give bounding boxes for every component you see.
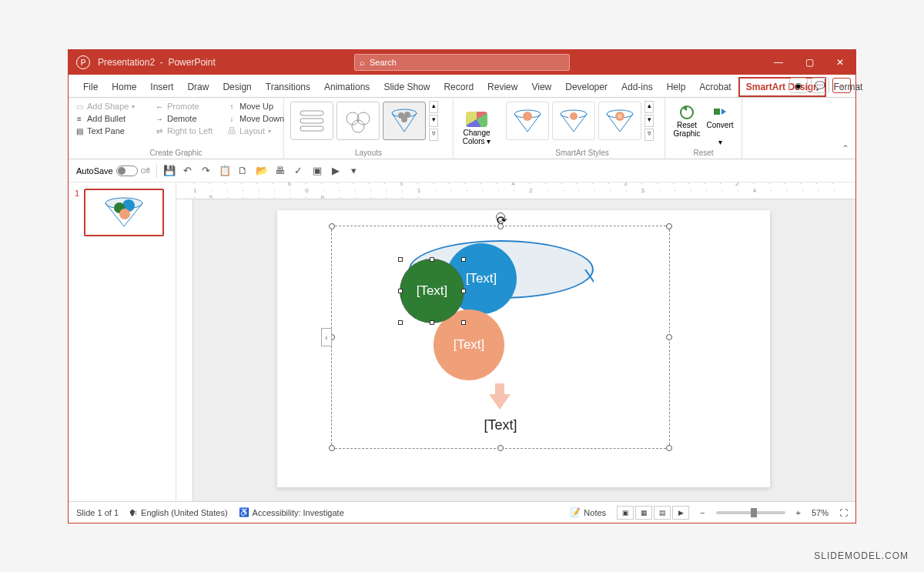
tab-animations[interactable]: Animations xyxy=(317,77,377,97)
shape-handle[interactable] xyxy=(461,257,466,262)
paste-button[interactable]: 📋 xyxy=(219,165,231,177)
text-pane-toggle-arrow[interactable]: ‹ xyxy=(321,328,332,346)
tab-design[interactable]: Design xyxy=(216,77,258,97)
tab-acrobat[interactable]: Acrobat xyxy=(692,77,738,97)
notes-button[interactable]: 📝 Notes xyxy=(570,507,606,517)
styles-scroll-down[interactable]: ▾ xyxy=(644,115,654,127)
search-box[interactable]: ⌕ Search xyxy=(354,54,570,71)
move-up-button[interactable]: ↑Move Up xyxy=(227,101,289,112)
view-reading-button[interactable]: ▤ xyxy=(654,506,671,520)
language-button[interactable]: 🗣 English (United States) xyxy=(129,508,228,517)
zoom-level[interactable]: 57% xyxy=(812,508,829,517)
resize-handle-n[interactable] xyxy=(497,223,504,229)
layouts-scroll-down[interactable]: ▾ xyxy=(429,115,438,127)
funnel-circle-green[interactable]: [Text] xyxy=(400,259,464,323)
shape-handle[interactable] xyxy=(398,257,403,262)
tab-record[interactable]: Record xyxy=(437,77,480,97)
text-pane-button[interactable]: ▤Text Pane xyxy=(75,125,152,136)
reset-graphic-button[interactable]: ResetGraphic xyxy=(673,104,700,146)
comments-button[interactable]: 💬 xyxy=(811,78,829,93)
undo-button[interactable]: ↶ xyxy=(182,165,194,177)
svg-point-16 xyxy=(618,114,622,119)
change-colors-button[interactable]: ChangeColors ▾ xyxy=(454,98,500,159)
layouts-label: Layouts xyxy=(290,147,447,157)
style-option-2[interactable] xyxy=(552,102,595,140)
maximize-button[interactable]: ▢ xyxy=(794,50,825,75)
minimize-button[interactable]: — xyxy=(763,50,794,75)
layouts-expand[interactable]: ▿ xyxy=(429,129,438,141)
zoom-slider[interactable] xyxy=(716,511,785,514)
tab-view[interactable]: View xyxy=(524,77,558,97)
open-button[interactable]: 📂 xyxy=(256,165,268,177)
funnel-output-text[interactable]: [Text] xyxy=(332,417,669,433)
right-to-left-button[interactable]: ⇄Right to Left xyxy=(155,125,224,136)
resize-handle-sw[interactable] xyxy=(329,445,335,451)
tab-help[interactable]: Help xyxy=(660,77,693,97)
add-shape-button[interactable]: ▭Add Shape ▾ xyxy=(75,101,152,112)
demote-button[interactable]: →Demote xyxy=(155,113,224,124)
layout-option-2[interactable] xyxy=(336,102,380,140)
autosave-state: Off xyxy=(141,167,150,175)
rotation-handle[interactable]: ⟳ xyxy=(496,212,505,222)
view-normal-button[interactable]: ▣ xyxy=(617,506,634,520)
layouts-scroll-up[interactable]: ▴ xyxy=(429,101,438,113)
shape-handle[interactable] xyxy=(430,257,434,262)
layout-option-3[interactable] xyxy=(383,102,426,140)
collapse-ribbon-button[interactable]: ⌃ xyxy=(842,143,849,154)
tab-slideshow[interactable]: Slide Show xyxy=(377,77,437,97)
styles-expand[interactable]: ▿ xyxy=(644,129,654,141)
accessibility-button[interactable]: ♿ Accessibility: Investigate xyxy=(239,507,344,517)
promote-button[interactable]: ←Promote xyxy=(155,101,224,112)
style-option-3[interactable] xyxy=(598,102,641,140)
resize-handle-s[interactable] xyxy=(497,445,504,451)
qat-customize[interactable]: ▾ xyxy=(348,165,360,177)
work-area: 1 · · · · · · 6 · · · · · · 5 · · · · · … xyxy=(69,182,855,501)
slideshow-button[interactable]: ▶ xyxy=(330,165,342,177)
slide-indicator[interactable]: Slide 1 of 1 xyxy=(76,508,119,517)
shape-handle[interactable] xyxy=(461,320,466,325)
resize-handle-ne[interactable] xyxy=(666,223,672,229)
tab-home[interactable]: Home xyxy=(105,77,143,97)
tab-file[interactable]: File xyxy=(76,77,105,97)
zoom-in-button[interactable]: + xyxy=(796,508,801,517)
redo-button[interactable]: ↷ xyxy=(200,165,213,177)
save-button[interactable]: 💾 xyxy=(163,165,176,177)
record-indicator-button[interactable]: ◉ xyxy=(789,78,808,93)
tab-transitions[interactable]: Transitions xyxy=(259,77,317,97)
tab-insert[interactable]: Insert xyxy=(143,77,180,97)
styles-scroll-up[interactable]: ▴ xyxy=(644,101,654,113)
autosave-toggle[interactable] xyxy=(116,166,138,176)
tab-review[interactable]: Review xyxy=(480,77,524,97)
shape-handle[interactable] xyxy=(430,320,434,325)
fit-to-window-button[interactable]: ⛶ xyxy=(839,508,848,517)
view-slideshow-button[interactable]: ▶ xyxy=(672,506,689,520)
convert-button[interactable]: Convert▾ xyxy=(707,104,734,146)
shape-handle[interactable] xyxy=(461,289,466,293)
create-graphic-label: Create Graphic xyxy=(75,147,277,157)
smartart-selection-box[interactable]: ⟳ ‹ [Text] xyxy=(331,226,670,449)
close-button[interactable]: ✕ xyxy=(825,50,855,75)
resize-handle-e[interactable] xyxy=(666,334,672,340)
view-sorter-button[interactable]: ▦ xyxy=(635,506,652,520)
slide-edit-area: · · · · · · 6 · · · · · · 5 · · · · · · … xyxy=(176,182,855,501)
add-bullet-button[interactable]: ≡Add Bullet xyxy=(75,113,152,124)
resize-handle-nw[interactable] xyxy=(329,223,335,229)
present-button[interactable]: ▣ xyxy=(311,165,323,177)
new-file-button[interactable]: 🗋 xyxy=(237,165,249,177)
tab-draw[interactable]: Draw xyxy=(180,77,216,97)
zoom-out-button[interactable]: − xyxy=(700,508,705,517)
shape-handle[interactable] xyxy=(398,289,403,293)
slide-canvas[interactable]: ⟳ ‹ [Text] xyxy=(277,210,770,487)
print-button[interactable]: 🖶 xyxy=(274,165,286,177)
slide-thumbnail-1[interactable] xyxy=(84,189,164,236)
layout-button[interactable]: 品Layout ▾ xyxy=(227,125,289,136)
tab-addins[interactable]: Add-ins xyxy=(614,77,660,97)
ribbon-overflow-button[interactable]: › xyxy=(832,78,851,93)
layout-option-1[interactable] xyxy=(290,102,333,140)
resize-handle-se[interactable] xyxy=(666,445,672,451)
shape-handle[interactable] xyxy=(398,320,403,325)
move-down-button[interactable]: ↓Move Down xyxy=(227,113,289,124)
spellcheck-button[interactable]: ✓ xyxy=(293,165,305,177)
tab-developer[interactable]: Developer xyxy=(558,77,614,97)
style-option-1[interactable] xyxy=(506,102,549,140)
